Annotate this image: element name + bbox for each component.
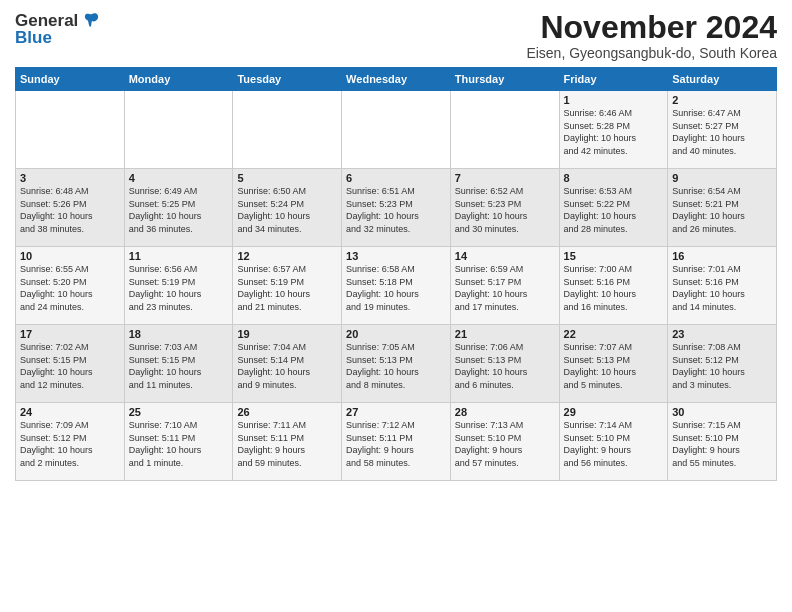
calendar-cell (124, 91, 233, 169)
day-number: 29 (564, 406, 664, 418)
col-saturday: Saturday (668, 68, 777, 91)
calendar-cell: 24Sunrise: 7:09 AM Sunset: 5:12 PM Dayli… (16, 403, 125, 481)
calendar-cell: 30Sunrise: 7:15 AM Sunset: 5:10 PM Dayli… (668, 403, 777, 481)
day-number: 11 (129, 250, 229, 262)
calendar-cell: 5Sunrise: 6:50 AM Sunset: 5:24 PM Daylig… (233, 169, 342, 247)
month-title: November 2024 (526, 10, 777, 45)
day-info: Sunrise: 7:10 AM Sunset: 5:11 PM Dayligh… (129, 419, 229, 469)
day-number: 5 (237, 172, 337, 184)
calendar-cell: 8Sunrise: 6:53 AM Sunset: 5:22 PM Daylig… (559, 169, 668, 247)
calendar-cell: 23Sunrise: 7:08 AM Sunset: 5:12 PM Dayli… (668, 325, 777, 403)
day-number: 7 (455, 172, 555, 184)
day-number: 19 (237, 328, 337, 340)
day-info: Sunrise: 7:08 AM Sunset: 5:12 PM Dayligh… (672, 341, 772, 391)
calendar-cell (450, 91, 559, 169)
calendar-cell (16, 91, 125, 169)
day-number: 12 (237, 250, 337, 262)
day-number: 13 (346, 250, 446, 262)
calendar-cell: 27Sunrise: 7:12 AM Sunset: 5:11 PM Dayli… (342, 403, 451, 481)
calendar-cell: 4Sunrise: 6:49 AM Sunset: 5:25 PM Daylig… (124, 169, 233, 247)
day-info: Sunrise: 7:05 AM Sunset: 5:13 PM Dayligh… (346, 341, 446, 391)
calendar-cell (342, 91, 451, 169)
day-number: 26 (237, 406, 337, 418)
day-info: Sunrise: 7:07 AM Sunset: 5:13 PM Dayligh… (564, 341, 664, 391)
calendar-week-row-3: 10Sunrise: 6:55 AM Sunset: 5:20 PM Dayli… (16, 247, 777, 325)
calendar-cell: 15Sunrise: 7:00 AM Sunset: 5:16 PM Dayli… (559, 247, 668, 325)
calendar-cell: 25Sunrise: 7:10 AM Sunset: 5:11 PM Dayli… (124, 403, 233, 481)
header: General Blue November 2024 Eisen, Gyeong… (15, 10, 777, 61)
location: Eisen, Gyeongsangbuk-do, South Korea (526, 45, 777, 61)
day-info: Sunrise: 7:13 AM Sunset: 5:10 PM Dayligh… (455, 419, 555, 469)
day-info: Sunrise: 7:15 AM Sunset: 5:10 PM Dayligh… (672, 419, 772, 469)
calendar-cell: 21Sunrise: 7:06 AM Sunset: 5:13 PM Dayli… (450, 325, 559, 403)
day-number: 23 (672, 328, 772, 340)
col-friday: Friday (559, 68, 668, 91)
calendar-cell: 11Sunrise: 6:56 AM Sunset: 5:19 PM Dayli… (124, 247, 233, 325)
calendar-week-row-4: 17Sunrise: 7:02 AM Sunset: 5:15 PM Dayli… (16, 325, 777, 403)
day-info: Sunrise: 6:50 AM Sunset: 5:24 PM Dayligh… (237, 185, 337, 235)
day-number: 20 (346, 328, 446, 340)
logo-blue: Blue (15, 28, 52, 48)
calendar-cell: 26Sunrise: 7:11 AM Sunset: 5:11 PM Dayli… (233, 403, 342, 481)
day-number: 3 (20, 172, 120, 184)
col-sunday: Sunday (16, 68, 125, 91)
day-info: Sunrise: 7:09 AM Sunset: 5:12 PM Dayligh… (20, 419, 120, 469)
day-number: 18 (129, 328, 229, 340)
col-tuesday: Tuesday (233, 68, 342, 91)
page-container: General Blue November 2024 Eisen, Gyeong… (0, 0, 792, 486)
calendar-cell: 10Sunrise: 6:55 AM Sunset: 5:20 PM Dayli… (16, 247, 125, 325)
day-number: 1 (564, 94, 664, 106)
day-info: Sunrise: 6:46 AM Sunset: 5:28 PM Dayligh… (564, 107, 664, 157)
logo: General Blue (15, 10, 103, 48)
calendar-table: Sunday Monday Tuesday Wednesday Thursday… (15, 67, 777, 481)
calendar-cell: 6Sunrise: 6:51 AM Sunset: 5:23 PM Daylig… (342, 169, 451, 247)
calendar-cell (233, 91, 342, 169)
calendar-cell: 13Sunrise: 6:58 AM Sunset: 5:18 PM Dayli… (342, 247, 451, 325)
calendar-cell: 7Sunrise: 6:52 AM Sunset: 5:23 PM Daylig… (450, 169, 559, 247)
calendar-cell: 29Sunrise: 7:14 AM Sunset: 5:10 PM Dayli… (559, 403, 668, 481)
calendar-week-row-5: 24Sunrise: 7:09 AM Sunset: 5:12 PM Dayli… (16, 403, 777, 481)
day-info: Sunrise: 6:56 AM Sunset: 5:19 PM Dayligh… (129, 263, 229, 313)
day-number: 14 (455, 250, 555, 262)
day-number: 10 (20, 250, 120, 262)
calendar-cell: 3Sunrise: 6:48 AM Sunset: 5:26 PM Daylig… (16, 169, 125, 247)
title-area: November 2024 Eisen, Gyeongsangbuk-do, S… (526, 10, 777, 61)
calendar-cell: 14Sunrise: 6:59 AM Sunset: 5:17 PM Dayli… (450, 247, 559, 325)
day-info: Sunrise: 6:58 AM Sunset: 5:18 PM Dayligh… (346, 263, 446, 313)
day-number: 25 (129, 406, 229, 418)
day-info: Sunrise: 7:02 AM Sunset: 5:15 PM Dayligh… (20, 341, 120, 391)
day-info: Sunrise: 6:51 AM Sunset: 5:23 PM Dayligh… (346, 185, 446, 235)
day-number: 16 (672, 250, 772, 262)
day-info: Sunrise: 7:03 AM Sunset: 5:15 PM Dayligh… (129, 341, 229, 391)
calendar-cell: 12Sunrise: 6:57 AM Sunset: 5:19 PM Dayli… (233, 247, 342, 325)
col-monday: Monday (124, 68, 233, 91)
calendar-cell: 2Sunrise: 6:47 AM Sunset: 5:27 PM Daylig… (668, 91, 777, 169)
col-wednesday: Wednesday (342, 68, 451, 91)
day-info: Sunrise: 7:11 AM Sunset: 5:11 PM Dayligh… (237, 419, 337, 469)
day-number: 28 (455, 406, 555, 418)
day-info: Sunrise: 6:59 AM Sunset: 5:17 PM Dayligh… (455, 263, 555, 313)
calendar-cell: 1Sunrise: 6:46 AM Sunset: 5:28 PM Daylig… (559, 91, 668, 169)
logo-bird-icon (81, 10, 103, 32)
day-number: 15 (564, 250, 664, 262)
day-info: Sunrise: 6:57 AM Sunset: 5:19 PM Dayligh… (237, 263, 337, 313)
calendar-cell: 28Sunrise: 7:13 AM Sunset: 5:10 PM Dayli… (450, 403, 559, 481)
calendar-cell: 20Sunrise: 7:05 AM Sunset: 5:13 PM Dayli… (342, 325, 451, 403)
day-info: Sunrise: 7:01 AM Sunset: 5:16 PM Dayligh… (672, 263, 772, 313)
day-info: Sunrise: 7:06 AM Sunset: 5:13 PM Dayligh… (455, 341, 555, 391)
calendar-header-row: Sunday Monday Tuesday Wednesday Thursday… (16, 68, 777, 91)
day-number: 30 (672, 406, 772, 418)
day-info: Sunrise: 6:49 AM Sunset: 5:25 PM Dayligh… (129, 185, 229, 235)
day-number: 22 (564, 328, 664, 340)
day-number: 27 (346, 406, 446, 418)
day-info: Sunrise: 7:14 AM Sunset: 5:10 PM Dayligh… (564, 419, 664, 469)
calendar-week-row-1: 1Sunrise: 6:46 AM Sunset: 5:28 PM Daylig… (16, 91, 777, 169)
calendar-cell: 17Sunrise: 7:02 AM Sunset: 5:15 PM Dayli… (16, 325, 125, 403)
day-number: 21 (455, 328, 555, 340)
day-info: Sunrise: 6:55 AM Sunset: 5:20 PM Dayligh… (20, 263, 120, 313)
day-info: Sunrise: 6:52 AM Sunset: 5:23 PM Dayligh… (455, 185, 555, 235)
day-info: Sunrise: 6:53 AM Sunset: 5:22 PM Dayligh… (564, 185, 664, 235)
day-number: 9 (672, 172, 772, 184)
day-number: 8 (564, 172, 664, 184)
calendar-cell: 16Sunrise: 7:01 AM Sunset: 5:16 PM Dayli… (668, 247, 777, 325)
